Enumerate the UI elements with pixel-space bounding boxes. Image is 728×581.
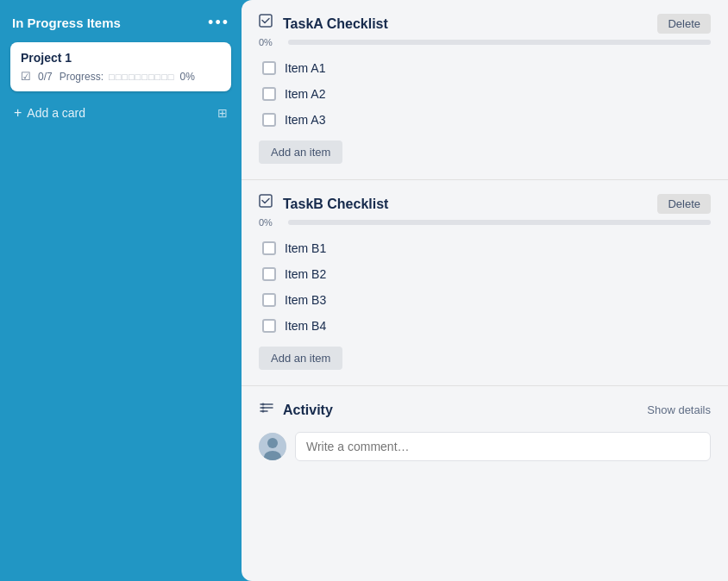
list-item: Item A1 [259, 56, 711, 80]
card-meta: ☑ 0/7 Progress: □□□□□□□□□□ 0% [21, 70, 221, 83]
item-checkbox[interactable] [262, 267, 276, 281]
list-item: Item B1 [259, 236, 711, 260]
add-item-taskA-button[interactable]: Add an item [259, 141, 342, 164]
checklist-taskA-icon [259, 14, 274, 34]
progress-label: Progress: [60, 71, 104, 83]
progress-dots: □□□□□□□□□□ [109, 72, 174, 82]
svg-point-6 [262, 407, 265, 409]
delete-taskB-button[interactable]: Delete [657, 194, 711, 214]
taskB-progress-label: 0% [259, 217, 281, 228]
taskA-items: Item A1 Item A2 Item A3 [259, 56, 711, 132]
checklist-meta-icon: ☑ [21, 70, 31, 83]
checklist-taskB-title: TaskB Checklist [283, 197, 388, 212]
activity-section: Activity Show details [242, 386, 728, 475]
item-label: Item B4 [285, 319, 326, 333]
item-label: Item A3 [285, 113, 325, 127]
item-checkbox[interactable] [262, 241, 276, 255]
add-item-taskB-button[interactable]: Add an item [259, 347, 342, 370]
svg-rect-1 [260, 195, 272, 207]
sidebar: In Progress Items ••• Project 1 ☑ 0/7 Pr… [0, 0, 242, 581]
activity-title: Activity [283, 403, 333, 418]
checklist-taskB-icon [259, 194, 274, 214]
list-item: Item B4 [259, 314, 711, 338]
taskA-progress-label: 0% [259, 37, 281, 47]
sidebar-title: In Progress Items [12, 16, 121, 30]
activity-header: Activity Show details [259, 400, 711, 420]
template-icon: ⊞ [217, 106, 228, 120]
taskB-items: Item B1 Item B2 Item B3 Item B4 [259, 236, 711, 338]
item-checkbox[interactable] [262, 113, 276, 127]
avatar [259, 433, 286, 460]
add-card-button[interactable]: + Add a card ⊞ [10, 98, 231, 128]
item-label: Item B1 [285, 241, 326, 255]
svg-rect-0 [260, 15, 272, 27]
checklist-taskB: TaskB Checklist Delete 0% Item B1 Item B… [242, 180, 728, 386]
list-item: Item B3 [259, 288, 711, 312]
svg-point-9 [267, 438, 278, 448]
activity-icon [259, 400, 274, 420]
card-count: 0/7 [38, 71, 53, 83]
checklist-taskA-title: TaskA Checklist [283, 16, 388, 32]
project-card: Project 1 ☑ 0/7 Progress: □□□□□□□□□□ 0% [10, 42, 231, 91]
item-checkbox[interactable] [262, 293, 276, 307]
list-item: Item A3 [259, 108, 711, 132]
main-panel: TaskA Checklist Delete 0% Item A1 Item A… [242, 0, 728, 581]
taskB-progress-row: 0% [259, 217, 711, 228]
taskB-progress-track [288, 220, 711, 225]
add-card-label: Add a card [27, 106, 85, 120]
card-title: Project 1 [21, 51, 221, 65]
item-label: Item B3 [285, 293, 326, 307]
delete-taskA-button[interactable]: Delete [657, 14, 711, 34]
checklist-taskA-header: TaskA Checklist Delete [259, 14, 711, 34]
list-item: Item B2 [259, 262, 711, 286]
item-label: Item A2 [285, 87, 325, 101]
list-item: Item A2 [259, 82, 711, 106]
item-checkbox[interactable] [262, 319, 276, 333]
card-progress: Progress: □□□□□□□□□□ 0% [60, 71, 195, 83]
comment-row [259, 432, 711, 461]
sidebar-menu-icon[interactable]: ••• [208, 14, 229, 32]
taskA-progress-track [288, 40, 711, 45]
svg-point-7 [262, 410, 265, 413]
plus-icon: + [14, 105, 22, 121]
sidebar-header: In Progress Items ••• [10, 10, 231, 35]
checklist-taskA: TaskA Checklist Delete 0% Item A1 Item A… [242, 0, 728, 180]
item-label: Item B2 [285, 267, 326, 281]
svg-point-5 [262, 403, 265, 406]
taskA-progress-row: 0% [259, 37, 711, 47]
checklist-taskB-header: TaskB Checklist Delete [259, 194, 711, 214]
progress-percent: 0% [180, 71, 195, 83]
item-checkbox[interactable] [262, 87, 276, 101]
item-checkbox[interactable] [262, 61, 276, 75]
show-details-button[interactable]: Show details [647, 403, 711, 416]
item-label: Item A1 [285, 61, 325, 75]
comment-input[interactable] [295, 432, 711, 461]
